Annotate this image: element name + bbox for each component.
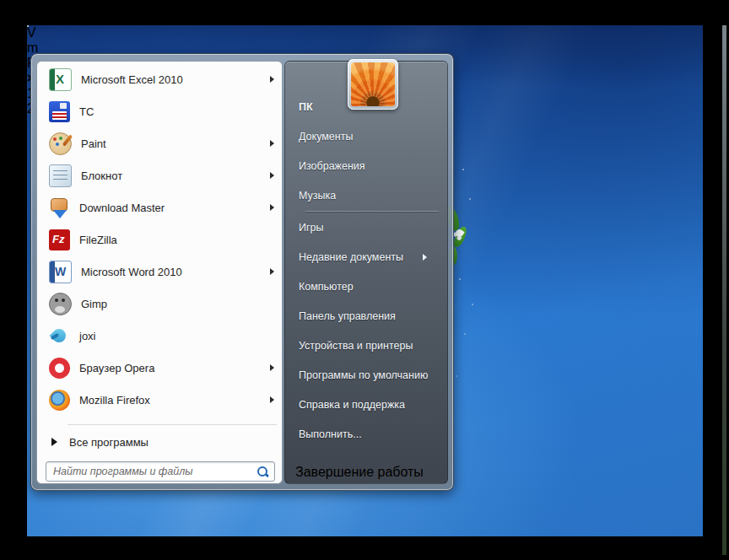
- item-label: Gimp: [81, 298, 107, 310]
- item-label: FileZilla: [79, 234, 117, 246]
- right-panel-separator: [305, 211, 439, 212]
- item-label: Панель управления: [299, 310, 396, 322]
- search-box: [46, 461, 275, 482]
- opera-icon: [49, 358, 70, 379]
- notepad-icon: [49, 164, 72, 187]
- start-menu-item-opera[interactable]: Браузер Opera: [41, 352, 278, 384]
- annotation-badge-1: 1: [0, 0, 729, 15]
- start-menu-item-filezilla[interactable]: FileZilla: [41, 223, 278, 256]
- start-menu-right-panel: ПК Документы Изображения Музыка Игры Нед…: [284, 61, 448, 484]
- right-item-control-panel[interactable]: Панель управления: [288, 301, 445, 331]
- start-menu-item-excel[interactable]: Microsoft Excel 2010: [41, 63, 278, 95]
- start-menu-item-download-master[interactable]: Download Master: [41, 191, 278, 223]
- item-label: Игры: [299, 222, 323, 234]
- item-label: Справка и поддержка: [299, 399, 405, 411]
- submenu-arrow-icon: [270, 364, 274, 371]
- submenu-arrow-icon: [270, 396, 274, 403]
- right-item-devices-printers[interactable]: Устройства и принтеры: [288, 331, 445, 360]
- avatar-flower-photo: [351, 62, 395, 106]
- shutdown-control: Завершение работы: [295, 465, 424, 484]
- download-master-icon: [49, 197, 70, 218]
- right-item-music[interactable]: Музыка: [288, 180, 445, 210]
- submenu-arrow-icon: [270, 268, 274, 275]
- item-label: Браузер Opera: [79, 362, 154, 374]
- start-menu-item-paint[interactable]: Paint: [41, 127, 278, 159]
- right-item-help-support[interactable]: Справка и поддержка: [288, 390, 445, 419]
- start-menu-item-firefox[interactable]: Mozilla Firefox: [41, 384, 278, 416]
- search-input[interactable]: [51, 465, 256, 478]
- right-item-run[interactable]: Выполнить...: [288, 419, 445, 449]
- shutdown-label: Завершение работы: [295, 465, 424, 479]
- firefox-icon: [49, 390, 70, 411]
- item-label: Microsoft Excel 2010: [81, 73, 183, 86]
- taskbar-vivaldi-icon[interactable]: V: [27, 25, 703, 40]
- item-label: Выполнить...: [299, 428, 362, 440]
- excel-icon: [49, 68, 72, 91]
- all-programs-arrow-icon: [51, 438, 57, 446]
- word-icon: [49, 261, 72, 283]
- right-item-pictures[interactable]: Изображения: [288, 151, 445, 180]
- item-label: Компьютер: [299, 281, 354, 293]
- right-item-recent-documents[interactable]: Недавние документы: [288, 242, 445, 272]
- right-item-games[interactable]: Игры: [288, 213, 445, 242]
- start-menu-item-joxi[interactable]: joxi: [41, 320, 278, 352]
- submenu-arrow-icon: [270, 76, 274, 83]
- right-item-documents[interactable]: Документы: [288, 121, 445, 151]
- item-label: Download Master: [79, 202, 165, 214]
- item-label: joxi: [79, 330, 96, 342]
- item-label: Музыка: [299, 190, 336, 202]
- item-label: Microsoft Word 2010: [81, 266, 182, 278]
- right-item-default-programs[interactable]: Программы по умолчанию: [288, 360, 445, 390]
- right-item-computer[interactable]: Компьютер: [288, 272, 445, 301]
- item-label: Устройства и принтеры: [299, 340, 413, 352]
- total-commander-icon: [49, 101, 70, 122]
- start-menu-left-panel: Microsoft Excel 2010 TC Paint Блокнот Do…: [36, 61, 283, 484]
- start-menu: Microsoft Excel 2010 TC Paint Блокнот Do…: [30, 53, 454, 491]
- item-label: Документы: [299, 131, 353, 143]
- item-label: Mozilla Firefox: [79, 394, 150, 407]
- item-label: TC: [79, 105, 94, 118]
- left-panel-separator: [68, 424, 277, 425]
- gimp-icon: [49, 293, 72, 315]
- shutdown-button[interactable]: Завершение работы: [295, 465, 424, 484]
- start-menu-item-notepad[interactable]: Блокнот: [41, 159, 278, 191]
- submenu-arrow-icon: [423, 254, 427, 261]
- filezilla-icon: [49, 229, 70, 250]
- item-label: Paint: [81, 137, 106, 150]
- desktop: Microsoft Excel 2010 TC Paint Блокнот Do…: [27, 25, 703, 536]
- start-menu-item-gimp[interactable]: Gimp: [41, 288, 278, 320]
- all-programs-label: Все программы: [69, 436, 148, 449]
- item-label: Блокнот: [81, 170, 122, 182]
- start-menu-item-word[interactable]: Microsoft Word 2010: [41, 256, 278, 288]
- submenu-arrow-icon: [270, 172, 274, 179]
- start-menu-item-tc[interactable]: TC: [41, 95, 278, 127]
- paint-icon: [49, 132, 72, 155]
- item-label: Программы по умолчанию: [299, 369, 428, 381]
- submenu-arrow-icon: [270, 204, 274, 211]
- screen-edge-strip: [722, 25, 726, 555]
- wallpaper-sparkles: [27, 25, 29, 27]
- item-label: Изображения: [299, 160, 365, 172]
- item-label: Недавние документы: [299, 251, 403, 263]
- search-icon[interactable]: [256, 466, 269, 478]
- joxi-icon: [49, 326, 70, 347]
- item-label: ПК: [299, 101, 313, 113]
- user-avatar[interactable]: [348, 59, 398, 110]
- all-programs-item[interactable]: Все программы: [41, 429, 278, 455]
- submenu-arrow-icon: [270, 140, 274, 147]
